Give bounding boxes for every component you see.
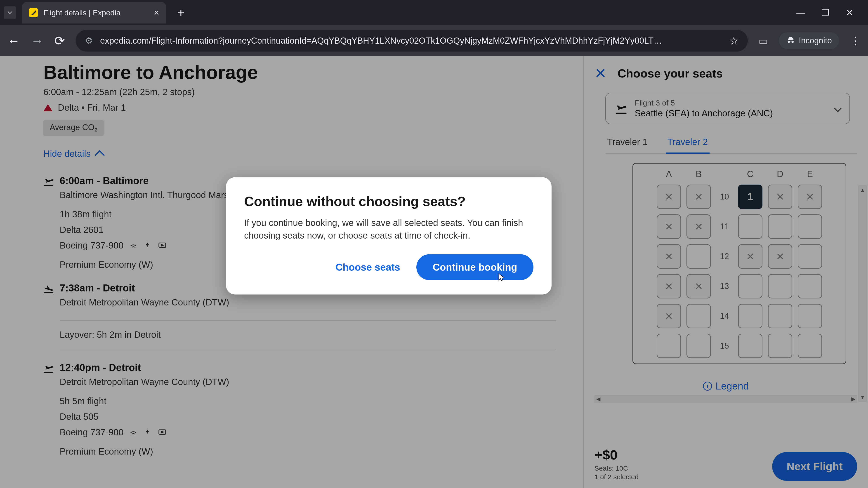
url-text: expedia.com/Flight-Information?journeyCo… [100,36,722,46]
forward-button: → [31,33,43,48]
cursor-icon [497,273,506,282]
incognito-label: Incognito [799,36,832,45]
tab-search-dropdown[interactable] [4,6,16,19]
back-button[interactable]: ← [7,33,20,48]
reader-mode-icon[interactable]: ▭ [758,35,768,46]
browser-chrome: Flight details | Expedia × + — ❐ ✕ ← → ⟳… [0,0,868,56]
url-bar[interactable]: ⚙ expedia.com/Flight-Information?journey… [76,30,748,52]
continue-booking-label: Continue booking [433,262,517,273]
incognito-icon [786,36,795,45]
continue-modal: Continue without choosing seats? If you … [226,177,552,295]
nav-bar: ← → ⟳ ⚙ expedia.com/Flight-Information?j… [0,25,868,56]
minimize-icon[interactable]: — [796,7,805,18]
choose-seats-button[interactable]: Choose seats [324,254,411,280]
maximize-icon[interactable]: ❐ [822,7,830,18]
site-settings-icon[interactable]: ⚙ [85,35,93,46]
expedia-favicon [29,8,38,17]
close-window-icon[interactable]: ✕ [846,7,854,18]
new-tab-button[interactable]: + [177,5,185,20]
window-controls: — ❐ ✕ [796,7,864,18]
tab-close-icon[interactable]: × [154,8,159,18]
tab-bar: Flight details | Expedia × + — ❐ ✕ [0,0,868,25]
modal-title: Continue without choosing seats? [244,194,533,209]
modal-body: If you continue booking, we will save al… [244,217,533,242]
reload-button[interactable]: ⟳ [54,33,65,48]
tab-title: Flight details | Expedia [43,8,149,17]
bookmark-star-icon[interactable]: ☆ [729,34,739,47]
incognito-badge[interactable]: Incognito [779,32,839,49]
page-content: Baltimore to Anchorage 6:00am - 12:25am … [0,56,868,488]
browser-menu-icon[interactable]: ⋮ [850,34,861,47]
modal-actions: Choose seats Continue booking [244,254,533,280]
continue-booking-button[interactable]: Continue booking [416,254,533,280]
browser-tab[interactable]: Flight details | Expedia × [22,2,166,24]
